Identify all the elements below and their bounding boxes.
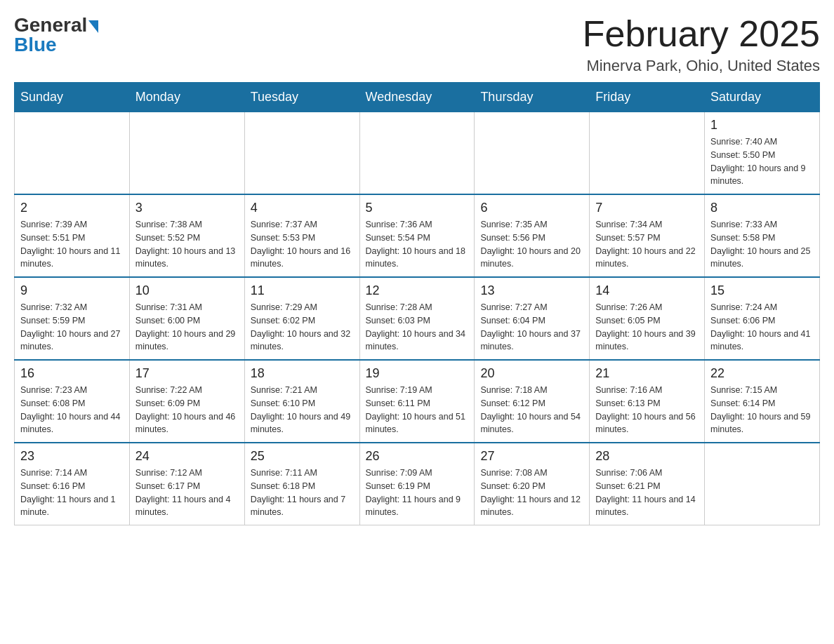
calendar-table: SundayMondayTuesdayWednesdayThursdayFrid… [14, 82, 820, 525]
calendar-cell: 7Sunrise: 7:34 AMSunset: 5:57 PMDaylight… [590, 194, 705, 277]
calendar-cell [359, 112, 475, 195]
day-number: 5 [366, 201, 469, 215]
calendar-cell: 25Sunrise: 7:11 AMSunset: 6:18 PMDayligh… [244, 443, 359, 525]
day-info: Sunrise: 7:12 AMSunset: 6:17 PMDaylight:… [135, 467, 239, 519]
day-number: 8 [710, 201, 814, 215]
calendar-cell: 28Sunrise: 7:06 AMSunset: 6:21 PMDayligh… [590, 443, 705, 525]
day-info: Sunrise: 7:06 AMSunset: 6:21 PMDaylight:… [595, 467, 699, 519]
day-number: 22 [710, 366, 814, 381]
day-info: Sunrise: 7:27 AMSunset: 6:04 PMDaylight:… [480, 301, 583, 354]
calendar-cell: 5Sunrise: 7:36 AMSunset: 5:54 PMDaylight… [359, 194, 475, 277]
calendar-cell: 8Sunrise: 7:33 AMSunset: 5:58 PMDaylight… [705, 194, 820, 277]
calendar-cell: 18Sunrise: 7:21 AMSunset: 6:10 PMDayligh… [244, 360, 359, 443]
day-info: Sunrise: 7:32 AMSunset: 5:59 PMDaylight:… [20, 301, 124, 354]
calendar-cell [129, 112, 244, 195]
day-of-week-header: Saturday [705, 83, 820, 112]
day-number: 6 [480, 201, 583, 215]
calendar-cell: 27Sunrise: 7:08 AMSunset: 6:20 PMDayligh… [475, 443, 590, 525]
day-of-week-header: Monday [129, 83, 244, 112]
calendar-cell: 21Sunrise: 7:16 AMSunset: 6:13 PMDayligh… [590, 360, 705, 443]
day-number: 15 [710, 283, 814, 298]
day-info: Sunrise: 7:24 AMSunset: 6:06 PMDaylight:… [710, 301, 814, 354]
calendar-cell [590, 112, 705, 195]
day-info: Sunrise: 7:14 AMSunset: 6:16 PMDaylight:… [20, 467, 124, 519]
logo: General Blue [14, 14, 98, 56]
day-info: Sunrise: 7:36 AMSunset: 5:54 PMDaylight:… [366, 218, 469, 271]
day-number: 18 [251, 366, 354, 381]
day-number: 10 [135, 283, 239, 298]
page-header: General Blue February 2025 Minerva Park,… [14, 14, 820, 75]
day-number: 27 [480, 449, 583, 464]
calendar-cell: 4Sunrise: 7:37 AMSunset: 5:53 PMDaylight… [244, 194, 359, 277]
day-number: 19 [366, 366, 469, 381]
day-info: Sunrise: 7:40 AMSunset: 5:50 PMDaylight:… [710, 135, 814, 188]
day-number: 7 [595, 201, 699, 215]
calendar-header-row: SundayMondayTuesdayWednesdayThursdayFrid… [15, 83, 820, 112]
calendar-week-row: 9Sunrise: 7:32 AMSunset: 5:59 PMDaylight… [15, 277, 820, 360]
calendar-cell [244, 112, 359, 195]
calendar-week-row: 1Sunrise: 7:40 AMSunset: 5:50 PMDaylight… [15, 112, 820, 195]
day-info: Sunrise: 7:37 AMSunset: 5:53 PMDaylight:… [251, 218, 354, 271]
location-title: Minerva Park, Ohio, United States [583, 57, 820, 75]
day-number: 17 [135, 366, 239, 381]
day-number: 16 [20, 366, 124, 381]
logo-blue-text: Blue [14, 34, 57, 56]
day-number: 28 [595, 449, 699, 464]
day-of-week-header: Wednesday [359, 83, 475, 112]
calendar-cell: 17Sunrise: 7:22 AMSunset: 6:09 PMDayligh… [129, 360, 244, 443]
day-number: 13 [480, 283, 583, 298]
day-number: 25 [251, 449, 354, 464]
day-info: Sunrise: 7:29 AMSunset: 6:02 PMDaylight:… [251, 301, 354, 354]
day-info: Sunrise: 7:23 AMSunset: 6:08 PMDaylight:… [20, 384, 124, 436]
calendar-cell [475, 112, 590, 195]
calendar-cell: 24Sunrise: 7:12 AMSunset: 6:17 PMDayligh… [129, 443, 244, 525]
day-info: Sunrise: 7:11 AMSunset: 6:18 PMDaylight:… [251, 467, 354, 519]
day-number: 9 [20, 283, 124, 298]
day-number: 4 [251, 201, 354, 215]
calendar-week-row: 23Sunrise: 7:14 AMSunset: 6:16 PMDayligh… [15, 443, 820, 525]
day-info: Sunrise: 7:39 AMSunset: 5:51 PMDaylight:… [20, 218, 124, 271]
day-number: 1 [710, 118, 814, 133]
day-number: 21 [595, 366, 699, 381]
calendar-week-row: 16Sunrise: 7:23 AMSunset: 6:08 PMDayligh… [15, 360, 820, 443]
day-number: 2 [20, 201, 124, 215]
month-title: February 2025 [583, 14, 820, 54]
day-number: 11 [251, 283, 354, 298]
day-info: Sunrise: 7:35 AMSunset: 5:56 PMDaylight:… [480, 218, 583, 271]
day-number: 3 [135, 201, 239, 215]
calendar-cell: 19Sunrise: 7:19 AMSunset: 6:11 PMDayligh… [359, 360, 475, 443]
title-block: February 2025 Minerva Park, Ohio, United… [583, 14, 820, 75]
calendar-cell: 13Sunrise: 7:27 AMSunset: 6:04 PMDayligh… [475, 277, 590, 360]
day-number: 20 [480, 366, 583, 381]
day-info: Sunrise: 7:16 AMSunset: 6:13 PMDaylight:… [595, 384, 699, 436]
day-info: Sunrise: 7:08 AMSunset: 6:20 PMDaylight:… [480, 467, 583, 519]
day-info: Sunrise: 7:34 AMSunset: 5:57 PMDaylight:… [595, 218, 699, 271]
calendar-cell: 14Sunrise: 7:26 AMSunset: 6:05 PMDayligh… [590, 277, 705, 360]
day-number: 12 [366, 283, 469, 298]
day-info: Sunrise: 7:28 AMSunset: 6:03 PMDaylight:… [366, 301, 469, 354]
day-info: Sunrise: 7:21 AMSunset: 6:10 PMDaylight:… [251, 384, 354, 436]
calendar-cell: 16Sunrise: 7:23 AMSunset: 6:08 PMDayligh… [15, 360, 130, 443]
calendar-cell: 9Sunrise: 7:32 AMSunset: 5:59 PMDaylight… [15, 277, 130, 360]
day-info: Sunrise: 7:33 AMSunset: 5:58 PMDaylight:… [710, 218, 814, 271]
day-of-week-header: Friday [590, 83, 705, 112]
calendar-cell: 1Sunrise: 7:40 AMSunset: 5:50 PMDaylight… [705, 112, 820, 195]
day-info: Sunrise: 7:22 AMSunset: 6:09 PMDaylight:… [135, 384, 239, 436]
calendar-cell [705, 443, 820, 525]
calendar-cell: 15Sunrise: 7:24 AMSunset: 6:06 PMDayligh… [705, 277, 820, 360]
day-info: Sunrise: 7:15 AMSunset: 6:14 PMDaylight:… [710, 384, 814, 436]
day-of-week-header: Thursday [475, 83, 590, 112]
calendar-cell: 26Sunrise: 7:09 AMSunset: 6:19 PMDayligh… [359, 443, 475, 525]
logo-arrow-icon [88, 20, 98, 33]
calendar-cell: 22Sunrise: 7:15 AMSunset: 6:14 PMDayligh… [705, 360, 820, 443]
day-info: Sunrise: 7:26 AMSunset: 6:05 PMDaylight:… [595, 301, 699, 354]
day-of-week-header: Sunday [15, 83, 130, 112]
calendar-cell: 2Sunrise: 7:39 AMSunset: 5:51 PMDaylight… [15, 194, 130, 277]
calendar-cell: 12Sunrise: 7:28 AMSunset: 6:03 PMDayligh… [359, 277, 475, 360]
day-of-week-header: Tuesday [244, 83, 359, 112]
calendar-cell [15, 112, 130, 195]
day-info: Sunrise: 7:19 AMSunset: 6:11 PMDaylight:… [366, 384, 469, 436]
day-info: Sunrise: 7:18 AMSunset: 6:12 PMDaylight:… [480, 384, 583, 436]
day-number: 14 [595, 283, 699, 298]
day-info: Sunrise: 7:38 AMSunset: 5:52 PMDaylight:… [135, 218, 239, 271]
